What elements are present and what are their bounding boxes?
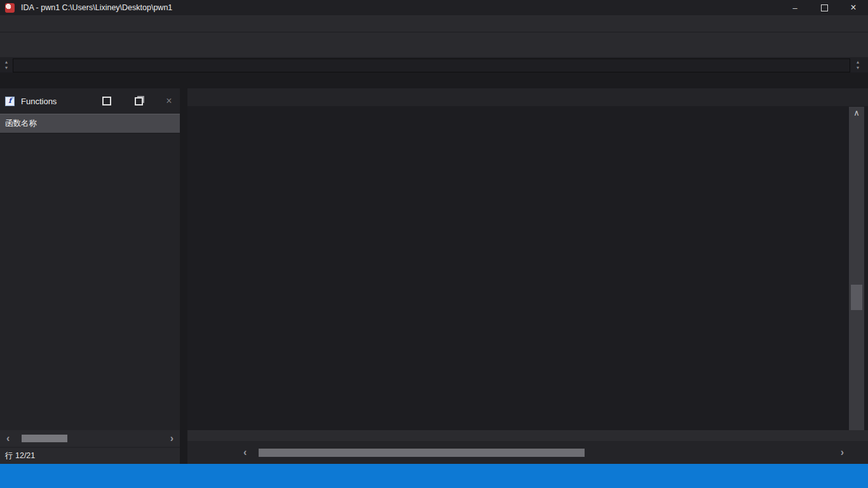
scroll-left-icon[interactable]: ‹ (6, 430, 10, 447)
scroll-right-icon[interactable]: › (841, 444, 844, 461)
window-title: IDA - pwn1 C:\Users\Lixiney\Desktop\pwn1 (21, 3, 172, 12)
function-icon: f (5, 97, 15, 106)
functions-panel-header: f Functions × (0, 91, 180, 111)
navband-scroll-left-icon[interactable]: ▴▾ (3, 58, 10, 72)
color-legend (0, 72, 868, 88)
toolbar (0, 32, 868, 57)
scroll-left-icon[interactable]: ‹ (243, 444, 247, 461)
disassembly-area: ∧ ∨ ‹ › (187, 88, 868, 464)
scrollbar-thumb[interactable] (851, 285, 862, 310)
minimize-button[interactable]: – (780, 0, 810, 15)
listing-status-line (187, 430, 868, 441)
menu-bar (0, 15, 868, 32)
function-row-counter: 行 12/21 (0, 448, 180, 464)
functions-horizontal-scrollbar[interactable]: ‹ › (0, 430, 180, 447)
panel-restore-icon[interactable] (133, 96, 144, 106)
functions-panel-title: Functions (21, 97, 57, 106)
function-name-column-header[interactable]: 函数名称 (0, 114, 180, 133)
listing-horizontal-scrollbar[interactable]: ‹ › (187, 441, 868, 464)
scroll-up-icon[interactable]: ∧ (849, 107, 864, 119)
navband-scroll-right-icon[interactable]: ▴▾ (854, 58, 862, 72)
functions-panel: f Functions × 函数名称 ‹ › 行 12/21 (0, 88, 180, 464)
disassembly-listing (187, 106, 849, 430)
close-button[interactable]: × (839, 0, 868, 15)
navigation-band[interactable] (13, 58, 850, 72)
scrollbar-thumb[interactable] (259, 449, 585, 457)
status-bar (0, 464, 868, 488)
navigation-band-row: ▴▾ ▴▾ (0, 57, 868, 72)
ida-logo-icon (5, 3, 15, 13)
listing-vertical-scrollbar[interactable]: ∧ ∨ (849, 107, 864, 441)
title-bar: IDA - pwn1 C:\Users\Lixiney\Desktop\pwn1… (0, 0, 868, 15)
maximize-button[interactable] (810, 0, 839, 15)
scroll-right-icon[interactable]: › (170, 430, 173, 447)
view-tab-bar (187, 88, 868, 106)
panel-close-icon[interactable]: × (164, 96, 174, 106)
panel-maximize-icon[interactable] (102, 96, 112, 106)
ida-window: IDA - pwn1 C:\Users\Lixiney\Desktop\pwn1… (0, 0, 868, 488)
scrollbar-thumb[interactable] (22, 435, 67, 442)
